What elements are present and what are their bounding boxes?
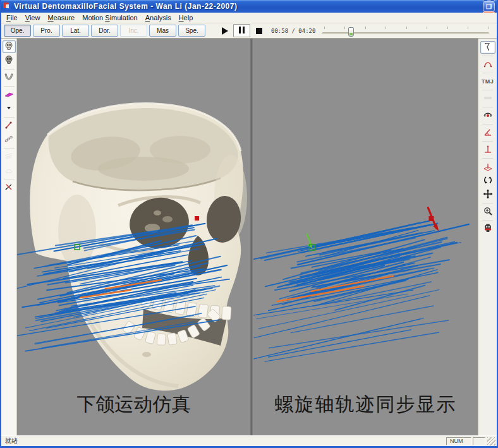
toolbar-separator (482, 90, 493, 90)
menu-item-measure[interactable]: Measure (44, 13, 79, 22)
slider-tick (447, 27, 448, 29)
toolbar-separator (482, 107, 493, 107)
toolbar-separator (4, 148, 15, 148)
view-button-inc-[interactable]: Inc. (120, 25, 147, 37)
view-button-spe-[interactable]: Spe. (178, 25, 205, 37)
axis-angle-button[interactable] (480, 143, 495, 156)
trajectory-icon (483, 42, 493, 54)
skull-shaded-button[interactable] (3, 54, 16, 67)
blank-bar-button[interactable] (480, 92, 495, 105)
slider-thumb[interactable] (348, 27, 354, 37)
restore-button[interactable]: ❐ (483, 2, 495, 11)
caption-left: 下颌运动仿真 (17, 392, 250, 418)
toolbar-separator (482, 158, 493, 159)
menu-item-file[interactable]: File (3, 13, 22, 22)
slider-tick (365, 27, 366, 29)
tmj-button[interactable]: TMJ (480, 75, 495, 88)
axis-chain-icon (4, 134, 14, 146)
slider-tick (427, 27, 427, 29)
toolbar-separator (482, 203, 493, 203)
angle-button[interactable] (480, 126, 495, 139)
view-button-lat-[interactable]: Lat. (62, 25, 89, 37)
pan-icon (483, 189, 493, 201)
blank-bar-icon (483, 93, 493, 105)
eye-icon (483, 110, 493, 122)
motion-trace-lines (17, 224, 229, 351)
viewport-helical-axis[interactable]: 螺旋轴轨迹同步显示 (253, 39, 478, 435)
motion-trace-lines (253, 220, 469, 362)
media-controls (216, 24, 267, 37)
angle-icon (483, 127, 493, 139)
menu-item-analysis[interactable]: Analysis (142, 13, 176, 22)
menu-item-motion-simulation[interactable]: Motion Simulation (79, 13, 142, 22)
motion-trace-overlay-left (17, 39, 250, 435)
mandible-icon (4, 72, 14, 84)
trace-ghost-button[interactable] (3, 150, 16, 163)
titlebar[interactable]: Virtual DentomaxilloFacial System - Wan … (1, 0, 497, 13)
dropdown-arrow-icon (4, 103, 14, 115)
menu-item-help[interactable]: Help (176, 13, 198, 22)
toolbar-separator (4, 117, 15, 118)
status-empty-cell (473, 437, 485, 445)
axis-angle-icon (483, 144, 493, 156)
rotate-icon (483, 175, 493, 187)
stop-icon (256, 28, 262, 34)
occlusal-plane-icon (4, 89, 14, 101)
pause-button[interactable] (233, 24, 250, 37)
skull-shaded-icon (4, 55, 14, 67)
left-toolbar (1, 39, 17, 435)
view-button-pro-[interactable]: Pro. (33, 25, 60, 37)
red-condyle-marker (195, 216, 199, 221)
trace-ghost2-button[interactable] (3, 164, 16, 177)
toolbar-separator (482, 124, 493, 124)
view-button-ope-[interactable]: Ope. (4, 25, 31, 37)
mandible-button[interactable] (3, 71, 16, 84)
menu-item-view[interactable]: View (22, 13, 45, 22)
red-axis-marker (428, 216, 434, 221)
toolbar-separator (4, 69, 15, 70)
menubar: FileViewMeasureMotion SimulationAnalysis… (1, 13, 497, 23)
trajectory-button[interactable] (480, 41, 495, 54)
motion-trace-overlay-right (253, 39, 478, 435)
rotate-button[interactable] (480, 174, 495, 187)
slider-tick (386, 27, 386, 29)
marker-pin-button[interactable] (3, 181, 16, 194)
toolbar-separator (4, 179, 15, 179)
play-icon (222, 27, 228, 35)
status-num-cell: NUM (446, 437, 471, 445)
play-button[interactable] (216, 24, 233, 37)
skull-marker-icon (483, 223, 493, 235)
axis-pin-button[interactable] (3, 119, 16, 132)
viewport-simulation[interactable]: 下颌运动仿真 (17, 39, 250, 435)
window-title: Virtual DentomaxilloFacial System - Wan … (14, 2, 482, 11)
zoom-in-icon (483, 206, 493, 218)
right-toolbar: TMJ (478, 39, 497, 435)
slider-track[interactable] (322, 32, 489, 34)
view-button-dor-[interactable]: Dor. (91, 25, 118, 37)
occlusal-plane-button[interactable] (3, 88, 16, 101)
resize-grip[interactable] (487, 437, 495, 445)
arc-icon (483, 59, 493, 71)
plane-angle-button[interactable] (480, 160, 495, 173)
trace-ghost-icon (4, 151, 14, 163)
app-icon (3, 2, 12, 11)
eye-button[interactable] (480, 109, 495, 122)
toolbar-separator (482, 73, 493, 73)
slider-tick (406, 27, 407, 29)
skull-marker-button[interactable] (480, 222, 495, 235)
view-button-mas[interactable]: Mas (149, 25, 176, 37)
slider-tick (468, 27, 468, 29)
dropdown-arrow-button[interactable] (3, 102, 16, 115)
arc-button[interactable] (480, 58, 495, 71)
statusbar: 就绪 NUM (1, 435, 497, 446)
trace-ghost2-icon (4, 165, 14, 177)
pan-button[interactable] (480, 188, 495, 201)
stop-button[interactable] (250, 24, 267, 37)
slider-tick (344, 27, 345, 29)
caption-right: 螺旋轴轨迹同步显示 (253, 392, 478, 418)
axis-chain-button[interactable] (3, 133, 16, 146)
zoom-in-button[interactable] (480, 205, 495, 218)
timeline-slider[interactable] (320, 24, 492, 38)
pause-icon (238, 26, 246, 35)
skull-button[interactable] (3, 40, 16, 53)
